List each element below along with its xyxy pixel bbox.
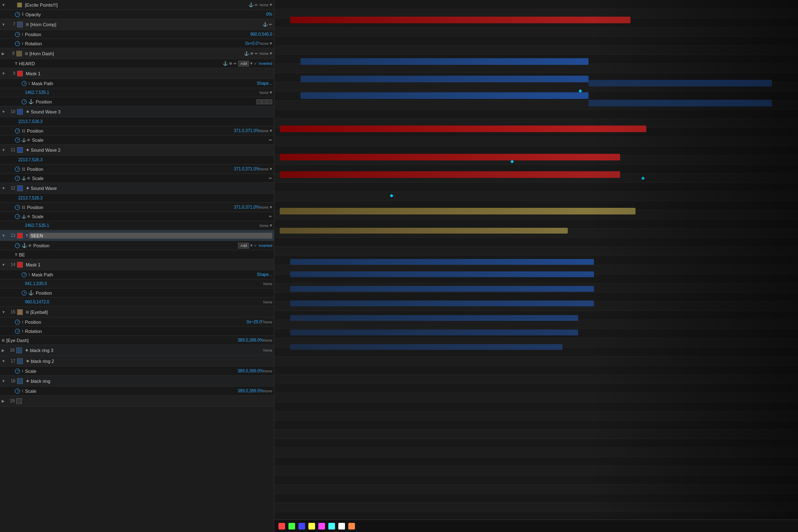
prop-controls: ⚓ ✲ ✏ None ▾ xyxy=(244,51,272,56)
color-swatch-7[interactable] xyxy=(338,523,345,530)
anchor-icon: ⚓ xyxy=(22,176,26,180)
color-swatch-6[interactable] xyxy=(328,523,335,530)
expand-arrow: ▼ xyxy=(2,186,5,190)
layer-icons xyxy=(17,71,24,76)
sun-icon: ✲ xyxy=(27,214,30,219)
layer-name: black ring xyxy=(31,379,272,384)
stopwatch-icon xyxy=(22,81,27,86)
table-row[interactable]: ▶ 19 xyxy=(0,396,274,406)
prop-name: Position xyxy=(27,205,232,210)
layer-number: 14 xyxy=(6,262,15,267)
table-row[interactable]: ▼ 10 ★ Sound Wave 3 xyxy=(0,106,274,117)
expand-arrow: ▼ xyxy=(2,234,5,238)
color-swatch-2[interactable] xyxy=(288,523,295,530)
table-row[interactable]: ⚓ ✲ Scale ✏ xyxy=(0,135,274,145)
expand-arrow: ▶ xyxy=(2,348,5,352)
add-label[interactable]: Add xyxy=(238,243,249,249)
dropdown-icon: ▾ xyxy=(270,51,272,56)
stopwatch-icon xyxy=(15,12,20,17)
layer-number: 10 xyxy=(6,109,15,114)
table-row[interactable]: ▼ 12 ★ Sound Wave xyxy=(0,183,274,194)
table-row[interactable]: ⚓ Position xyxy=(0,97,274,106)
table-row[interactable]: ▼ 11 ★ Sound Wave 2 xyxy=(0,145,274,155)
table-row[interactable]: T HEARD ⚓ ✲ ✏ Add ▾ ✓ Inverted xyxy=(0,59,274,68)
prop-controls: None ▾ xyxy=(259,90,272,95)
prop-name: Position xyxy=(27,167,232,172)
layer-number: 19 xyxy=(5,399,15,403)
track-bar-blue-1 xyxy=(300,58,589,65)
table-row[interactable]: ⌇ Position 960.0,540.0 xyxy=(0,30,274,39)
stopwatch-icon xyxy=(15,369,20,374)
table-row[interactable]: 2462.7,535.1 None ▾ xyxy=(0,221,274,230)
prop-controls: Add ▾ ✓ Inverted xyxy=(238,243,272,249)
star-icon: ★ xyxy=(26,109,30,114)
table-row[interactable]: ⊞ [Eye Dash] 389.0,389.0% None xyxy=(0,336,274,345)
table-row[interactable]: ▼ 7 ⊞ [Horn Comp] ⚓ ✏ xyxy=(0,19,274,30)
color-swatch-3[interactable] xyxy=(298,523,305,530)
pen-icon: ✏ xyxy=(269,214,272,219)
color-swatch-1[interactable] xyxy=(278,523,285,530)
prop-value: 371.0,371.0% xyxy=(234,167,260,171)
table-row[interactable]: ⌇ Position 0x~29.0° None xyxy=(0,318,274,327)
table-row[interactable]: ⛓ Position 371.0,371.0% None ▾ xyxy=(0,203,274,212)
expand-arrow: ▼ xyxy=(2,22,5,27)
layer-icons xyxy=(17,262,24,268)
table-row[interactable]: ▼ 18 ★ black ring xyxy=(0,376,274,387)
table-row[interactable]: 941.1,535.0 None xyxy=(0,279,274,288)
checkmark: ✓ xyxy=(254,244,257,248)
table-row[interactable]: 1462.7,535.1 None ▾ xyxy=(0,88,274,97)
layer-icons xyxy=(17,147,24,153)
table-row[interactable]: ⛓ Position 371.0,371.0% None ▾ xyxy=(0,126,274,135)
table-row[interactable]: ⛓ Position 371.0,371.0% None ▾ xyxy=(0,165,274,174)
table-row[interactable]: ⌇ Mask Path Shape... xyxy=(0,270,274,279)
table-row[interactable]: ▶ 16 ★ black ring 3 None xyxy=(0,345,274,356)
pen-icon: ✏ xyxy=(255,52,258,56)
layer-color xyxy=(17,262,23,268)
table-row[interactable]: ▼ 9 Mask 1 xyxy=(0,68,274,79)
none-label: None xyxy=(263,369,272,373)
table-row[interactable]: ⌇ Opacity 0% xyxy=(0,10,274,19)
table-row[interactable]: 2213.7,526.3 xyxy=(0,194,274,203)
table-row[interactable]: 2213.7,526.3 xyxy=(0,117,274,126)
add-label[interactable]: Add xyxy=(238,61,249,66)
inverted-label: Inverted xyxy=(259,62,272,66)
prop-name: Opacity xyxy=(25,12,265,17)
color-swatch-4[interactable] xyxy=(308,523,315,530)
table-row[interactable]: ⌇ Mask Path Shape... xyxy=(0,79,274,88)
anchor-icon: ⚓ xyxy=(249,2,254,7)
prop-value: 389.0,389.0% xyxy=(238,338,264,342)
table-row[interactable]: ⚓ ✲ Scale ✏ xyxy=(0,174,274,183)
table-row[interactable]: 960.0,1472.0 None xyxy=(0,298,274,307)
table-row[interactable]: ⌇ Rotation xyxy=(0,327,274,336)
tracks-background xyxy=(274,0,798,520)
expand-arrow: ▼ xyxy=(2,3,5,7)
table-row[interactable]: 2213.7,526.3 xyxy=(0,155,274,165)
prop-value: 2462.7,535.1 xyxy=(25,223,49,228)
color-swatch-8[interactable] xyxy=(348,523,355,530)
table-row[interactable]: ▼ 14 Mask 1 xyxy=(0,259,274,270)
prop-controls: None xyxy=(263,338,272,342)
table-row[interactable]: T BE xyxy=(0,250,274,259)
prop-value: Shape... xyxy=(257,272,272,277)
table-row[interactable]: ⚓ ✲ Position Add ▾ ✓ Inverted xyxy=(0,241,274,250)
prop-value: 960.0,540.0 xyxy=(250,32,272,37)
pen-icon: ✏ xyxy=(269,138,272,142)
table-row[interactable]: ⌇ Scale 389.0,389.0% None xyxy=(0,387,274,396)
layer-color xyxy=(16,398,22,404)
table-row[interactable]: ▶ 8 ⊞ [Horn Dash] ⚓ ✲ ✏ None ▾ xyxy=(0,48,274,59)
table-row[interactable]: ▼ 17 ★ black ring 2 xyxy=(0,356,274,367)
table-row[interactable]: ⌇ Scale 389.0,389.0% None xyxy=(0,367,274,376)
table-row[interactable]: ▼ 15 ⊞ [Eyeball] xyxy=(0,307,274,318)
table-row[interactable]: ⚓ ✲ Scale ✏ xyxy=(0,212,274,221)
table-row[interactable]: ▼ [Excite Points!!!] ⚓ ✏ None ▾ xyxy=(0,0,274,10)
table-row[interactable]: ⚓ Position xyxy=(0,288,274,298)
prop-value: 2213.7,526.3 xyxy=(18,196,42,200)
table-row[interactable]: ▼ 13 T SEEN xyxy=(0,230,274,241)
track-bar-blue-10 xyxy=(290,315,578,321)
table-row[interactable]: ⌇ Rotation 0x+0.0° None ▾ xyxy=(0,39,274,48)
color-swatch-5[interactable] xyxy=(318,523,325,530)
prop-value: 1462.7,535.1 xyxy=(25,90,49,95)
sun-icon: ✲ xyxy=(28,244,32,248)
layer-number: 15 xyxy=(6,310,15,314)
track-bar-red-2 xyxy=(280,126,646,132)
